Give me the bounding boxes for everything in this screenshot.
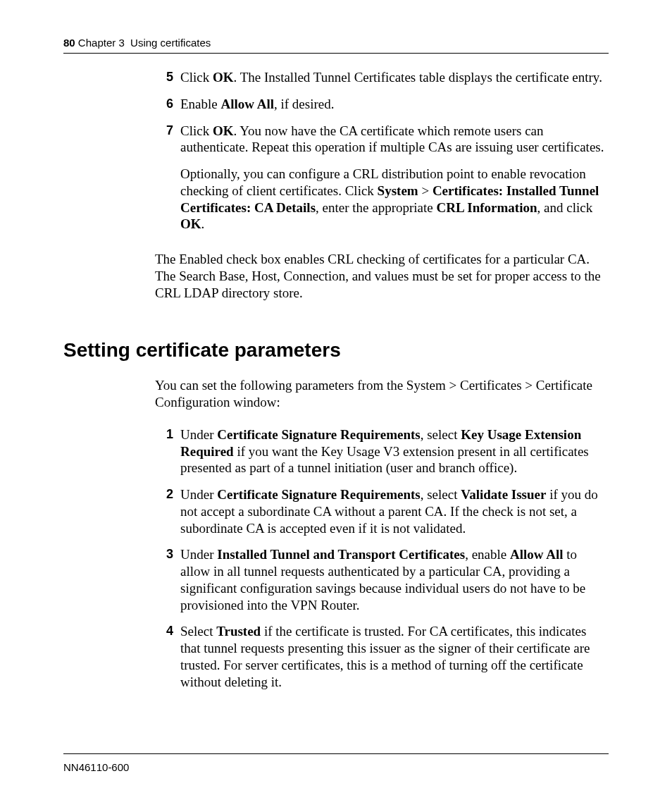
step-text: Under Installed Tunnel and Transport Cer… [180, 547, 585, 612]
section-heading: Setting certificate parameters [63, 339, 609, 362]
step-number: 4 [155, 623, 173, 639]
paragraph: The Enabled check box enables CRL checki… [155, 251, 609, 301]
page-number: 80 [63, 37, 75, 49]
body-column: You can set the following parameters fro… [155, 377, 609, 690]
footer-rule [63, 753, 609, 754]
step-item: 3Under Installed Tunnel and Transport Ce… [155, 546, 609, 613]
step-number: 3 [155, 546, 173, 562]
page-footer: NN46110-600 [63, 753, 609, 773]
document-id: NN46110-600 [63, 761, 609, 773]
running-head: 80 Chapter 3 Using certificates [63, 37, 609, 49]
step-number: 5 [155, 69, 173, 85]
step-list: 1Under Certificate Signature Requirement… [155, 426, 609, 691]
step-text: Click OK. You now have the CA certificat… [180, 123, 604, 155]
step-text: Under Certificate Signature Requirements… [180, 427, 589, 476]
step-item: 6Enable Allow All, if desired. [155, 96, 609, 113]
step-text: Select Trusted if the certificate is tru… [180, 624, 590, 689]
step-item: 1Under Certificate Signature Requirement… [155, 426, 609, 476]
chapter-label: Chapter 3 [78, 37, 125, 49]
step-item: 7Click OK. You now have the CA certifica… [155, 123, 609, 233]
chapter-title: Using certificates [130, 37, 211, 49]
step-item: 2Under Certificate Signature Requirement… [155, 486, 609, 536]
page: 80 Chapter 3 Using certificates 5Click O… [0, 0, 672, 807]
step-number: 2 [155, 486, 173, 503]
step-extra: Optionally, you can configure a CRL dist… [180, 166, 609, 233]
step-number: 7 [155, 123, 173, 139]
step-item: 4Select Trusted if the certificate is tr… [155, 623, 609, 690]
header-rule [63, 53, 609, 54]
step-number: 6 [155, 96, 173, 112]
step-text: Enable Allow All, if desired. [180, 97, 334, 111]
paragraph: You can set the following parameters fro… [155, 377, 609, 411]
step-text: Click OK. The Installed Tunnel Certifica… [180, 70, 602, 85]
body-column: 5Click OK. The Installed Tunnel Certific… [155, 69, 609, 301]
step-list-continued: 5Click OK. The Installed Tunnel Certific… [155, 69, 609, 233]
step-text: Under Certificate Signature Requirements… [180, 487, 598, 536]
step-number: 1 [155, 426, 173, 443]
step-item: 5Click OK. The Installed Tunnel Certific… [155, 69, 609, 86]
